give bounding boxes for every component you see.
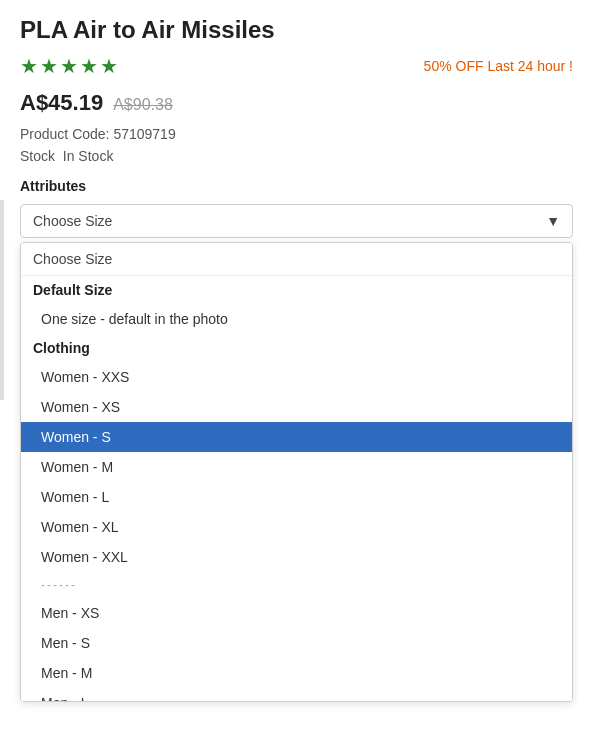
attributes-label: Attributes xyxy=(20,178,573,194)
product-code-value: 57109719 xyxy=(113,126,175,142)
dropdown-item[interactable]: Women - M xyxy=(21,452,572,482)
product-title: PLA Air to Air Missiles xyxy=(20,16,573,44)
dropdown-item[interactable]: One size - default in the photo xyxy=(21,304,572,334)
dropdown-header: Choose Size xyxy=(21,243,572,276)
group-label-clothing: Clothing xyxy=(21,334,572,362)
star-rating: ★★★★★ xyxy=(20,54,120,78)
stock-label: Stock xyxy=(20,148,55,164)
discount-badge: 50% OFF Last 24 hour ! xyxy=(424,58,573,74)
dropdown-item-selected[interactable]: Women - S xyxy=(21,422,572,452)
product-code-label: Product Code: xyxy=(20,126,110,142)
rating-row: ★★★★★ 50% OFF Last 24 hour ! xyxy=(20,54,573,78)
stock-row: Stock In Stock xyxy=(20,148,573,164)
price-row: A$45.19 A$90.38 xyxy=(20,90,573,116)
size-selector-trigger[interactable]: Choose Size ▼ xyxy=(20,204,573,238)
product-page: PLA Air to Air Missiles ★★★★★ 50% OFF La… xyxy=(0,0,593,718)
dropdown-item[interactable]: Women - L xyxy=(21,482,572,512)
group-label-default-size: Default Size xyxy=(21,276,572,304)
stock-value: In Stock xyxy=(63,148,114,164)
dropdown-item[interactable]: Men - XS xyxy=(21,598,572,628)
size-dropdown[interactable]: Choose Size Default Size One size - defa… xyxy=(20,242,573,702)
price-original: A$90.38 xyxy=(113,96,173,114)
dropdown-item[interactable]: Women - XS xyxy=(21,392,572,422)
dropdown-item[interactable]: Women - XL xyxy=(21,512,572,542)
product-code: Product Code: 57109719 xyxy=(20,126,573,142)
size-selector-label: Choose Size xyxy=(33,213,112,229)
dropdown-item[interactable]: Men - L xyxy=(21,688,572,702)
left-accent-bar xyxy=(0,200,4,400)
dropdown-item[interactable]: Women - XXS xyxy=(21,362,572,392)
dropdown-item[interactable]: Men - S xyxy=(21,628,572,658)
price-current: A$45.19 xyxy=(20,90,103,116)
chevron-down-icon: ▼ xyxy=(546,213,560,229)
dropdown-item[interactable]: Women - XXL xyxy=(21,542,572,572)
dropdown-item[interactable]: Men - M xyxy=(21,658,572,688)
dropdown-divider: ------ xyxy=(21,572,572,598)
